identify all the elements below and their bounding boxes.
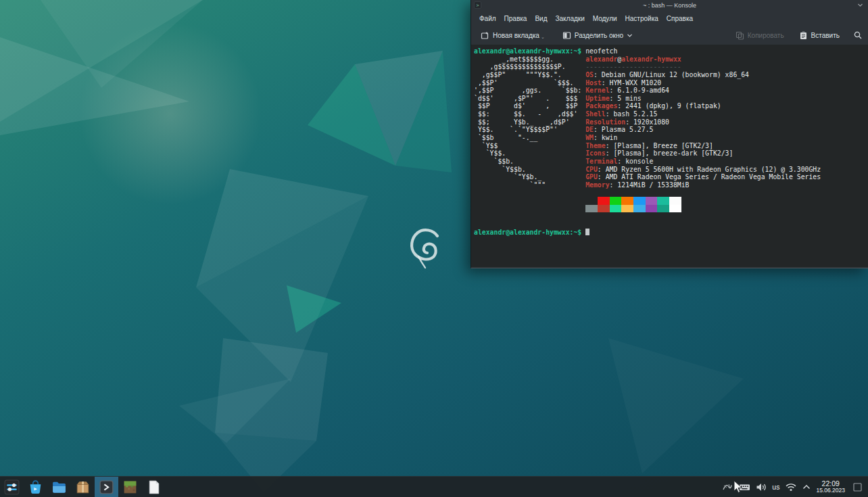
tray-pen-icon[interactable] <box>722 481 733 493</box>
wifi-icon[interactable] <box>785 482 797 492</box>
new-tab-icon <box>481 31 489 40</box>
taskbar-discover[interactable] <box>24 477 47 497</box>
taskbar-package-manager[interactable] <box>71 477 95 497</box>
tray-expand-chevron-icon[interactable] <box>802 484 811 490</box>
split-window-button[interactable]: Разделить окно <box>558 29 637 42</box>
menu-item-6[interactable]: Справка <box>662 15 697 22</box>
mouse-cursor <box>733 480 744 494</box>
paste-label: Вставить <box>811 32 840 39</box>
new-tab-button[interactable]: Новая вкладка ⌄ <box>477 29 549 42</box>
app-launcher-icon <box>3 479 20 496</box>
paste-icon <box>799 31 808 40</box>
taskbar-minecraft[interactable] <box>118 477 142 497</box>
taskbar-app-launcher[interactable] <box>0 477 24 497</box>
menu-item-0[interactable]: Файл <box>475 15 500 22</box>
taskbar-konsole[interactable] <box>95 477 118 497</box>
minecraft-grass-block-icon <box>122 479 139 496</box>
discover-icon <box>27 479 44 496</box>
show-desktop-button[interactable] <box>853 483 862 492</box>
window-title: ~ : bash — Konsole <box>471 2 868 9</box>
paste-button[interactable]: Вставить <box>795 29 844 42</box>
document-icon <box>145 479 162 496</box>
palette-swatch <box>610 197 622 205</box>
search-icon[interactable] <box>853 30 863 40</box>
new-tab-label: Новая вкладка <box>493 32 539 39</box>
menu-item-5[interactable]: Настройка <box>621 15 662 22</box>
folder-icon <box>51 479 68 496</box>
palette-swatch <box>585 197 598 205</box>
palette-swatch <box>633 197 646 205</box>
terminal-output[interactable]: alexandr@alexandr-hymwxx:~$ neofetch _,m… <box>471 45 868 267</box>
palette-swatch <box>633 205 646 213</box>
copy-button: Копировать <box>731 29 788 42</box>
konsole-window: > ~ : bash — Konsole ФайлПравкаВидЗаклад… <box>471 0 868 268</box>
keyboard-layout-indicator[interactable]: us <box>772 483 779 491</box>
clock-date: 15.06.2023 <box>816 488 845 494</box>
menu-item-3[interactable]: Закладки <box>551 15 588 22</box>
toolbar: Новая вкладка ⌄ Разделить окно Копироват… <box>471 26 868 45</box>
copy-label: Копировать <box>748 32 784 39</box>
chevron-down-icon[interactable] <box>857 1 864 9</box>
package-box-icon <box>74 479 91 496</box>
split-window-icon <box>562 31 571 40</box>
palette-swatch <box>669 205 681 213</box>
palette-swatch <box>621 197 633 205</box>
new-tab-caret-icon: ⌄ <box>541 34 545 40</box>
menu-bar: ФайлПравкаВидЗакладкиМодулиНастройкаСпра… <box>471 11 868 26</box>
taskbar-text-document[interactable] <box>142 477 166 497</box>
palette-swatch <box>646 197 658 205</box>
desktop: > ~ : bash — Konsole ФайлПравкаВидЗаклад… <box>0 0 868 497</box>
palette-swatch <box>598 197 610 205</box>
split-window-label: Разделить окно <box>575 32 623 39</box>
terminal-cursor <box>585 229 589 235</box>
palette-swatch <box>657 197 669 205</box>
palette-swatch <box>621 205 633 213</box>
menu-item-1[interactable]: Правка <box>500 15 531 22</box>
system-tray: us 22:09 15.06.2023 <box>722 480 868 494</box>
menu-item-2[interactable]: Вид <box>531 15 551 22</box>
copy-icon <box>736 31 744 40</box>
konsole-window-icon: > <box>474 1 481 9</box>
clock-widget[interactable]: 22:09 15.06.2023 <box>816 480 845 494</box>
taskbar-dolphin[interactable] <box>47 477 71 497</box>
chevron-down-icon <box>627 32 633 39</box>
volume-icon[interactable] <box>756 482 767 492</box>
palette-swatch <box>646 205 658 213</box>
palette-swatch <box>585 205 598 213</box>
konsole-icon <box>98 479 115 496</box>
window-titlebar[interactable]: > ~ : bash — Konsole <box>471 0 868 11</box>
palette-swatch <box>598 205 610 213</box>
palette-swatch <box>610 205 622 213</box>
palette-swatch <box>669 197 681 205</box>
menu-item-4[interactable]: Модули <box>589 15 621 22</box>
palette-swatch <box>657 205 669 213</box>
